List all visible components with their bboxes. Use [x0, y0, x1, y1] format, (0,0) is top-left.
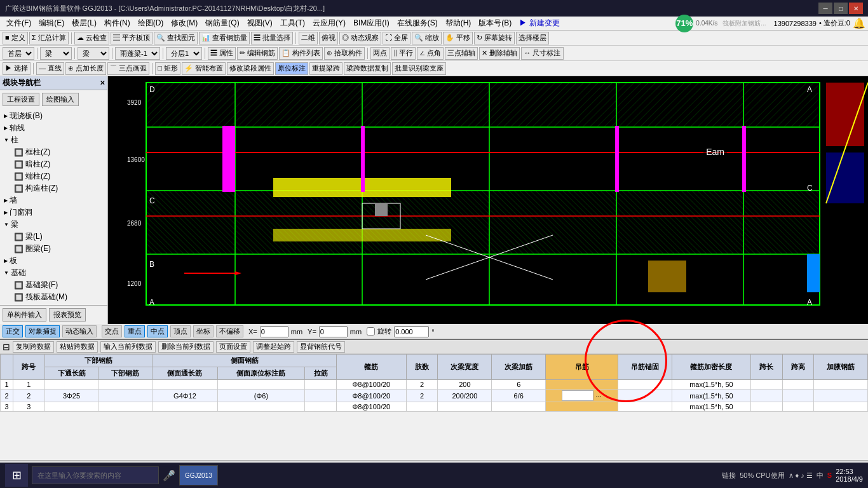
cell-tie-1[interactable]: [305, 380, 337, 390]
menu-version[interactable]: 版本号(B): [475, 17, 515, 30]
btn-define[interactable]: ■ 定义: [3, 32, 28, 44]
cell-haunch-2[interactable]: [814, 390, 868, 402]
tree-foundbeam[interactable]: 🔲基础梁(F): [1, 279, 106, 291]
btn-select[interactable]: ▶ 选择: [3, 62, 31, 75]
cell-stirrup-2[interactable]: Φ8@100/20: [336, 390, 406, 402]
floor-select[interactable]: 首层: [3, 47, 34, 60]
cell-stirrupdense-3[interactable]: max(1.5*h, 50: [672, 402, 750, 412]
mic-icon[interactable]: 🎤: [163, 470, 175, 482]
snap-coord[interactable]: 坐标: [193, 325, 214, 337]
menu-component[interactable]: 构件(N): [100, 17, 134, 30]
rotate-checkbox[interactable]: [367, 327, 375, 336]
cell-lower-long-1[interactable]: [44, 380, 98, 390]
btn-reloadspan[interactable]: 重提梁跨: [309, 62, 342, 75]
snap-midweight[interactable]: 重点: [125, 325, 145, 337]
table-row[interactable]: 1 1 Φ8@100/20 2 200 6 max(1.5*h, 50: [1, 380, 868, 390]
cell-side-long-2[interactable]: G4Φ12: [153, 390, 217, 402]
cell-beamwidth-2[interactable]: 200/200: [438, 390, 492, 402]
btn-project-settings[interactable]: 工程设置: [3, 93, 39, 106]
close-button[interactable]: ✕: [849, 3, 863, 14]
hanger-btn-2[interactable]: ···: [596, 392, 602, 400]
cell-beamadd-2[interactable]: 6/6: [492, 390, 546, 402]
snap-dynamic[interactable]: 动态输入: [62, 325, 97, 337]
btn-adj-start[interactable]: 调整起始跨: [253, 341, 294, 353]
start-button[interactable]: ⊞: [5, 464, 28, 487]
cell-spanlen-3[interactable]: [750, 402, 782, 412]
tree-walls[interactable]: ▶ 墙: [1, 194, 106, 207]
cell-lower-bar-2[interactable]: [98, 390, 153, 402]
menu-online[interactable]: 在线服务(S): [393, 17, 442, 30]
btn-complist[interactable]: 📋 构件列表: [279, 47, 323, 60]
cell-side-long-3[interactable]: [153, 402, 217, 412]
menu-modify[interactable]: 修改(M): [167, 17, 201, 30]
tree-ringbeam[interactable]: 🔲圈梁(E): [1, 243, 106, 255]
tree-slab[interactable]: ▶ 板: [1, 255, 106, 267]
btn-parallel[interactable]: ∥ 平行: [391, 47, 416, 60]
menu-newchange[interactable]: ▶ 新建变更: [515, 17, 563, 30]
tree-structcol[interactable]: 🔲构造柱(Z): [1, 182, 106, 194]
btn-selflooor[interactable]: 选择楼层: [516, 32, 549, 44]
btn-dimanno[interactable]: ↔ 尺寸标注: [521, 47, 563, 60]
snap-nooffset[interactable]: 不偏移: [216, 325, 243, 337]
rotate-input[interactable]: [394, 326, 429, 337]
cell-spanh-1[interactable]: [782, 380, 814, 390]
btn-dynamic[interactable]: ◎ 动态观察: [339, 32, 381, 44]
tree-hidcol[interactable]: 🔲暗柱(Z): [1, 158, 106, 170]
cell-haunch-3[interactable]: [814, 402, 868, 412]
btn-copyspan[interactable]: 梁跨数据复制: [344, 62, 391, 75]
cell-hangeranchor-1[interactable]: [618, 380, 672, 390]
cell-side-note-3[interactable]: [217, 402, 305, 412]
btn-screenrot[interactable]: ↻ 屏幕旋转: [474, 32, 515, 44]
menu-help[interactable]: 帮助(H): [442, 17, 475, 30]
tree-openings[interactable]: ▶ 门窗洞: [1, 207, 106, 219]
btn-smartplace[interactable]: ⚡ 智能布置: [182, 62, 226, 75]
btn-pickcomp[interactable]: ⊕ 拾取构件: [324, 47, 365, 60]
snap-vertex[interactable]: 顶点: [170, 325, 191, 337]
btn-findelement[interactable]: 🔍 查找图元: [154, 32, 198, 44]
y-input[interactable]: [319, 326, 348, 337]
btn-2d[interactable]: 二维: [299, 32, 318, 44]
btn-pan[interactable]: ✋ 平移: [443, 32, 473, 44]
btn-3arc[interactable]: ⌒ 三点画弧: [107, 62, 149, 75]
layer-select[interactable]: 雨蓬梁-1: [115, 47, 160, 60]
sublayer-select[interactable]: 分层1: [166, 47, 202, 60]
tree-foundation[interactable]: ▼ 基础: [1, 267, 106, 279]
snap-object[interactable]: 对象捕捉: [25, 325, 60, 337]
btn-pointangle[interactable]: ∠ 点角: [417, 47, 444, 60]
cell-hanger-3[interactable]: [546, 402, 618, 412]
minimize-button[interactable]: ─: [818, 3, 832, 14]
btn-modifyseg[interactable]: 修改梁段属性: [227, 62, 274, 75]
menu-draw[interactable]: 绘图(D): [134, 17, 168, 30]
tree-endcol[interactable]: 🔲端柱(Z): [1, 170, 106, 182]
menu-edit[interactable]: 编辑(E): [35, 17, 68, 30]
btn-twopoint[interactable]: 两点: [370, 47, 390, 60]
tree-raft[interactable]: 🔲筏板基础(M): [1, 291, 106, 303]
btn-drawing-input[interactable]: 绘图输入: [42, 93, 79, 106]
snap-orthogonal[interactable]: 正交: [3, 325, 23, 337]
cell-limbs-2[interactable]: 2: [406, 390, 438, 402]
snap-intersection[interactable]: 交点: [102, 325, 122, 337]
btn-del-col[interactable]: 删除当前列数据: [158, 341, 214, 353]
cell-stirrupdense-2[interactable]: max(1.5*h, 50: [672, 390, 750, 402]
btn-copy-span[interactable]: 复制跨数据: [13, 341, 54, 353]
menu-bim[interactable]: BIM应用(I): [349, 17, 393, 30]
taskbar-app-ggj[interactable]: GGJ2013: [179, 465, 218, 485]
btn-topview[interactable]: 俯视: [319, 32, 338, 44]
tree-slabs[interactable]: ▶ 现浇板(B): [1, 110, 106, 122]
cell-hanger-2[interactable]: ···: [546, 390, 618, 402]
cell-spanh-3[interactable]: [782, 402, 814, 412]
btn-alignslab[interactable]: ▤ 平齐板顶: [111, 32, 153, 44]
btn-fullscreen[interactable]: ⛶ 全屏: [383, 32, 410, 44]
cell-beamadd-3[interactable]: [492, 402, 546, 412]
cell-spanlen-2[interactable]: [750, 390, 782, 402]
table-container[interactable]: 跨号 下部钢筋 侧面钢筋 箍筋 肢数 次梁宽度 次梁加筋 吊筋 吊筋锚固 箍筋加…: [0, 354, 868, 460]
cell-spanlen-1[interactable]: [750, 380, 782, 390]
btn-cloudcheck[interactable]: ☁ 云检查: [74, 32, 109, 44]
btn-rebar-code[interactable]: 显背钢筋代号: [297, 341, 345, 353]
type-select[interactable]: 梁: [40, 47, 72, 60]
cell-beamwidth-1[interactable]: 200: [438, 380, 492, 390]
cell-hangeranchor-3[interactable]: [618, 402, 672, 412]
cell-limbs-3[interactable]: [406, 402, 438, 412]
table-row[interactable]: 2 2 3Φ25 G4Φ12 (Φ6) Φ8@100/20 2 200/200 …: [1, 390, 868, 402]
btn-rect[interactable]: □ 矩形: [155, 62, 180, 75]
